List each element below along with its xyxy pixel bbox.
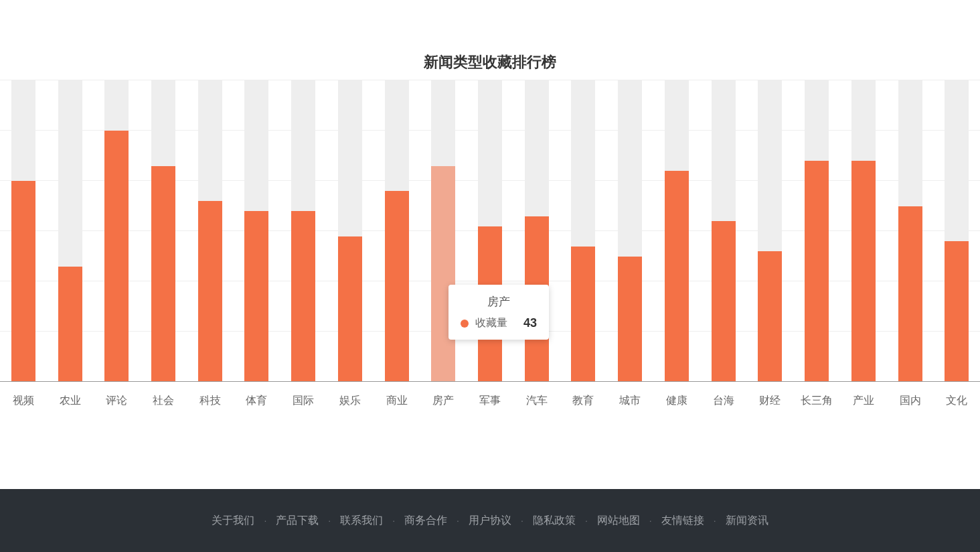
x-axis-label: 长三角 (793, 394, 840, 408)
bar-slot[interactable] (793, 80, 840, 382)
x-axis-label: 健康 (653, 394, 700, 408)
footer-link[interactable]: 隐私政策 (529, 514, 580, 528)
x-axis-label: 台海 (700, 394, 747, 408)
x-axis-label: 国内 (887, 394, 934, 408)
x-axis-label: 产业 (840, 394, 887, 408)
footer-separator: · (457, 515, 459, 526)
bar[interactable] (198, 201, 222, 382)
bar[interactable] (712, 221, 736, 382)
bar[interactable] (385, 191, 409, 382)
footer-link[interactable]: 网站地图 (593, 514, 644, 528)
plot-area: 房产 收藏量 43 (0, 80, 980, 382)
bar-slot[interactable] (933, 80, 980, 382)
x-axis-label: 汽车 (513, 394, 560, 408)
chart-container: 新闻类型收藏排行榜 房产 收藏量 43 视频农业评论社会科技体育国际娱乐商业房产… (0, 0, 980, 489)
x-axis-label: 体育 (234, 394, 280, 408)
bar[interactable] (151, 166, 175, 382)
tooltip-row: 收藏量 43 (461, 316, 537, 330)
footer-separator: · (649, 515, 652, 526)
tooltip: 房产 收藏量 43 (448, 285, 549, 340)
bar[interactable] (244, 211, 268, 382)
footer-separator: · (392, 515, 395, 526)
footer-link[interactable]: 关于我们 (208, 514, 258, 528)
x-axis-label: 国际 (280, 394, 327, 408)
bar[interactable] (431, 166, 455, 382)
bar[interactable] (104, 131, 129, 382)
footer-separator: · (585, 515, 588, 526)
footer-link[interactable]: 新闻资讯 (722, 514, 772, 528)
x-axis-label: 房产 (420, 394, 467, 408)
bar-slot[interactable] (327, 80, 374, 382)
x-axis-line (0, 381, 980, 382)
bar-slot[interactable] (887, 80, 934, 382)
tooltip-value: 43 (523, 316, 537, 330)
bar[interactable] (58, 267, 82, 383)
x-axis-label: 军事 (467, 394, 513, 408)
footer-link[interactable]: 商务合作 (400, 514, 451, 528)
bar-slot[interactable] (93, 80, 140, 382)
bar[interactable] (805, 161, 829, 382)
bar-slot[interactable] (747, 80, 794, 382)
footer-separator: · (714, 515, 716, 526)
footer-separator: · (521, 515, 523, 526)
bar-slot[interactable] (606, 80, 653, 382)
footer-link[interactable]: 用户协议 (465, 514, 515, 528)
bar[interactable] (291, 211, 315, 382)
bar[interactable] (571, 247, 595, 383)
x-axis-label: 文化 (933, 394, 980, 408)
bar[interactable] (618, 257, 642, 383)
bar[interactable] (945, 241, 969, 382)
bar-slot[interactable] (140, 80, 187, 382)
footer-separator: · (328, 515, 331, 526)
footer-link[interactable]: 友情链接 (657, 514, 708, 528)
footer-link[interactable]: 联系我们 (336, 514, 387, 528)
bar-slot[interactable] (653, 80, 700, 382)
bar[interactable] (11, 181, 35, 382)
bar-slot[interactable] (280, 80, 327, 382)
bar[interactable] (851, 161, 876, 382)
x-axis-label: 教育 (560, 394, 607, 408)
bar[interactable] (758, 251, 782, 382)
tooltip-dot-icon (461, 320, 469, 328)
bar-slot[interactable] (234, 80, 280, 382)
bar[interactable] (665, 171, 689, 382)
footer-separator: · (264, 515, 266, 526)
tooltip-category: 房产 (461, 294, 537, 309)
x-axis-label: 财经 (747, 394, 794, 408)
bar[interactable] (338, 236, 362, 383)
bar-slot[interactable] (47, 80, 94, 382)
tooltip-series-label: 收藏量 (475, 316, 517, 330)
x-axis-label: 娱乐 (327, 394, 374, 408)
x-axis-label: 科技 (187, 394, 234, 408)
x-axis-label: 视频 (0, 394, 47, 408)
x-axis-label: 城市 (606, 394, 653, 408)
bar-slot[interactable] (187, 80, 234, 382)
x-axis-label: 农业 (47, 394, 94, 408)
bar-slot[interactable] (0, 80, 47, 382)
footer-link[interactable]: 产品下载 (272, 514, 323, 528)
bar-slot[interactable] (374, 80, 420, 382)
bar[interactable] (898, 206, 922, 383)
x-axis-label: 评论 (93, 394, 140, 408)
x-axis-labels: 视频农业评论社会科技体育国际娱乐商业房产军事汽车教育城市健康台海财经长三角产业国… (0, 394, 980, 408)
footer-nav: 关于我们·产品下载·联系我们·商务合作·用户协议·隐私政策·网站地图·友情链接·… (0, 489, 980, 552)
x-axis-label: 商业 (374, 394, 420, 408)
bar-slot[interactable] (840, 80, 887, 382)
x-axis-label: 社会 (140, 394, 187, 408)
bar-slot[interactable] (560, 80, 607, 382)
chart-title: 新闻类型收藏排行榜 (0, 0, 980, 80)
bar-slot[interactable] (700, 80, 747, 382)
